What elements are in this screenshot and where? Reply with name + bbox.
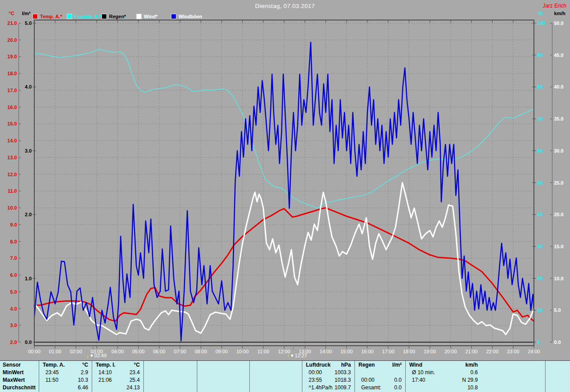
legend-item-regen: Regen* [102, 13, 126, 20]
moon-icon [291, 354, 294, 357]
temp-tick-label: 16.0 [8, 105, 17, 110]
table-cell-time [144, 376, 150, 384]
table-cell-time: 23:55 [302, 376, 322, 384]
table-col-header: Temp. I.°C [92, 361, 143, 369]
lm2-tick-label: 2.0 [25, 212, 32, 217]
temp-tick-label: 13.0 [8, 155, 17, 160]
table-row: 14:1023.4 [92, 369, 143, 376]
temp-tick-label: 15.0 [8, 121, 17, 126]
kmh-tick-label: 5.0 [554, 307, 561, 313]
table-cell-value: 10.3 [78, 376, 92, 384]
table-cell-value: 1003.3 [334, 369, 354, 376]
temp-tick-label: 17.0 [8, 88, 17, 93]
temp-tick-label: 18.0 [8, 71, 17, 76]
table-cell-time: Ø 10 min. [406, 369, 435, 376]
kmh-tick-label: 35.0 [554, 116, 563, 121]
table-col-empty-trailing [545, 361, 570, 392]
percent-tick-label: 0 [537, 339, 540, 345]
table-col-header [197, 361, 249, 369]
table-col-unit [246, 361, 249, 369]
x-tick-label: 18:00 [403, 349, 415, 354]
table-row [197, 384, 249, 392]
legend-swatch-icon [102, 14, 107, 19]
temp-tick-label: 20.0 [8, 37, 17, 43]
table-col-header [250, 361, 302, 369]
x-tick-label: 09:00 [216, 349, 228, 354]
table-row-label: Sensor [0, 361, 39, 369]
table-cell-value [246, 384, 249, 392]
x-tick-label: 10:00 [236, 349, 249, 354]
table-col-unit: °C [82, 361, 92, 369]
legend-label: Windböen [179, 14, 202, 19]
table-row: 00:001003.3 [302, 369, 354, 376]
x-tick-label: 08:00 [195, 349, 207, 354]
table-col-header: Regenl/m² [355, 361, 405, 369]
table-col-temp--i-: Temp. I.°C14:1023.421:0625.424.13 [92, 361, 143, 392]
temp-tick-label: 21.0 [8, 20, 17, 26]
table-cell-value [298, 384, 302, 392]
table-col-name: Regen [355, 361, 375, 369]
percent-tick-label: 60 [537, 148, 542, 154]
percent-tick-label: 10 [537, 307, 542, 313]
table-row [355, 369, 405, 376]
table-cell-value: 23.4 [130, 369, 143, 376]
table-col-unit: km/h [465, 361, 481, 369]
table-row: 23:452.9 [39, 369, 92, 376]
table-col-header [144, 361, 197, 369]
table-col-unit: l/m² [392, 361, 405, 369]
table-cell-time [144, 384, 150, 392]
table-cell-time [355, 369, 361, 376]
temp-tick-label: 6.0 [10, 272, 17, 278]
table-col-wind: Windkm/hØ 10 min.0.617:40N 29.910.8 [405, 361, 545, 392]
kmh-tick-label: 15.0 [554, 244, 563, 249]
x-tick-label: 11:00 [257, 349, 269, 354]
x-tick-label: 15:00 [340, 349, 353, 354]
table-cell-time: Gesamt: [355, 384, 381, 392]
temp-tick-label: 4.0 [10, 306, 17, 311]
table-row-label: MaxWert [0, 376, 39, 384]
table-cell-time [197, 384, 204, 392]
table-cell-value [402, 369, 405, 376]
table-col-temp--a-: Temp. A.°C23:452.911:5010.36.46 [39, 361, 92, 392]
table-cell-time: 23:45 [39, 369, 59, 376]
legend-swatch-icon [136, 14, 142, 19]
kmh-tick-label: 45.0 [554, 53, 563, 58]
table-cell-time [250, 384, 256, 392]
table-row: 00:000.0 [355, 376, 405, 384]
table-cell-value: 0.6 [470, 369, 481, 376]
table-col-header: LuftdruckhPa [302, 361, 354, 369]
table-row [250, 369, 302, 376]
temp-tick-label: 9.0 [10, 222, 17, 227]
x-tick-label: 20:00 [444, 349, 457, 354]
table-cell-value: 0.0 [394, 376, 405, 384]
table-row: Ø 10 min.0.6 [406, 369, 481, 376]
table-row [197, 369, 249, 376]
table-row [144, 376, 197, 384]
table-cell-value [298, 376, 302, 384]
x-tick-label: 21:00 [465, 349, 478, 354]
legend-item-wind: Wind* [136, 13, 158, 20]
table-cell-value [246, 376, 249, 384]
temp-tick-label: 2.0 [10, 339, 17, 345]
x-tick-label: 16:00 [361, 349, 374, 354]
x-tick-label: 00:00 [28, 349, 41, 354]
table-col-name: Wind [406, 361, 422, 369]
lm2-tick-label: 0.0 [25, 339, 32, 345]
table-row: 23:551018.3 [302, 376, 354, 384]
temp-tick-label: 7.0 [10, 255, 17, 261]
temp-tick-label: 3.0 [10, 323, 17, 328]
legend-item-tempa: Temp. A.* [33, 13, 62, 20]
chart-legend: Temp. A.*Feuchte A.*Regen*Wind*Windböen [0, 0, 570, 20]
table-row [250, 376, 302, 384]
table-cell-value [246, 369, 249, 376]
x-tick-label: 24:00 [528, 349, 540, 354]
table-col-name [144, 361, 147, 369]
table-row [197, 376, 249, 384]
temp-tick-label: 5.0 [10, 289, 17, 295]
moonset-time-label: 02:49 [94, 353, 107, 358]
legend-label: Regen* [109, 14, 126, 19]
legend-label: Wind* [144, 14, 158, 19]
kmh-tick-label: 20.0 [554, 212, 563, 217]
table-row: 11:5010.3 [39, 376, 92, 384]
temp-tick-label: 14.0 [8, 138, 17, 143]
